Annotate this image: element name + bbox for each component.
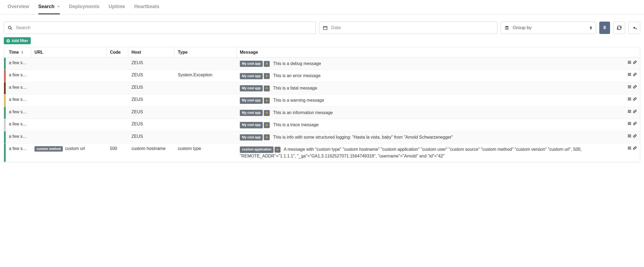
cell-actions — [627, 131, 640, 143]
cell-code — [107, 94, 128, 106]
filter-bar: Add filter — [0, 37, 644, 47]
cell-url — [31, 94, 107, 106]
app-badge[interactable]: My cool app — [240, 73, 263, 79]
cell-host: ZEUS — [128, 58, 175, 70]
star-icon[interactable]: ★ — [275, 147, 281, 153]
link-icon[interactable] — [633, 134, 637, 138]
cell-code — [107, 70, 128, 82]
sort-icon: ▲▼ — [21, 50, 23, 54]
table-row[interactable]: a few seco…ZEUSMy cool app★ This is a tr… — [4, 119, 640, 131]
cell-host: ZEUS — [128, 82, 175, 94]
date-input-group[interactable] — [319, 22, 497, 34]
table-row[interactable]: a few seco…ZEUSSystem.ExceptionMy cool a… — [4, 70, 640, 82]
cell-actions — [627, 143, 640, 162]
menu-icon[interactable] — [628, 122, 631, 125]
star-icon[interactable]: ★ — [264, 73, 270, 79]
col-type-label: Type — [178, 50, 188, 55]
layers-icon — [501, 26, 513, 30]
cell-time: a few seco… — [6, 70, 31, 82]
link-icon[interactable] — [633, 85, 637, 89]
tab-deployments[interactable]: Deployments — [65, 0, 103, 14]
result-count-button[interactable]: 8 — [599, 22, 610, 34]
menu-icon[interactable] — [628, 60, 631, 64]
menu-icon[interactable] — [628, 97, 631, 101]
col-time-header[interactable]: Time ▲▼ — [6, 47, 31, 57]
app-badge[interactable]: My cool app — [240, 110, 263, 116]
cell-host: custom hostname — [128, 143, 175, 162]
col-code-label: Code — [110, 50, 121, 55]
link-icon[interactable] — [633, 73, 637, 76]
star-icon[interactable]: ★ — [264, 85, 270, 91]
app-badge[interactable]: My cool app — [240, 97, 263, 104]
settings-button[interactable] — [628, 22, 640, 34]
tab-search[interactable]: Search — [34, 0, 64, 14]
app-badge[interactable]: My cool app — [240, 122, 263, 128]
add-filter-label: Add filter — [12, 39, 28, 43]
chevron-down-icon[interactable] — [57, 6, 60, 8]
col-type-header[interactable]: Type — [175, 47, 237, 57]
tab-overview[interactable]: Overview — [4, 0, 33, 14]
cell-message: My cool app★ This is a trace message — [237, 119, 627, 131]
message-text: This is a fatal message — [272, 86, 317, 90]
link-icon[interactable] — [633, 146, 637, 150]
cell-host: ZEUS — [128, 107, 175, 119]
message-text: This is a trace message — [272, 122, 318, 127]
table-row[interactable]: a few seco…ZEUSMy cool app★ This is a wa… — [4, 94, 640, 107]
search-input[interactable] — [16, 22, 316, 34]
cell-code — [107, 82, 128, 94]
col-host-header[interactable]: Host — [128, 47, 175, 57]
table-body: a few seco…ZEUSMy cool app★ This is a de… — [4, 58, 640, 162]
star-icon[interactable]: ★ — [264, 134, 270, 140]
app-badge[interactable]: My cool app — [240, 85, 263, 91]
tab-label: Heartbeats — [134, 4, 159, 9]
menu-icon[interactable] — [628, 146, 631, 150]
star-icon[interactable]: ★ — [264, 122, 270, 128]
menu-icon[interactable] — [628, 134, 631, 138]
search-input-group[interactable] — [4, 22, 316, 34]
link-icon[interactable] — [633, 122, 637, 125]
col-message-header[interactable]: Message — [237, 47, 640, 57]
col-code-header[interactable]: Code — [107, 47, 128, 57]
col-url-label: URL — [34, 50, 43, 55]
tab-label: Search — [38, 4, 54, 9]
link-icon[interactable] — [633, 109, 637, 113]
date-input[interactable] — [331, 22, 497, 34]
app-badge[interactable]: My cool app — [240, 134, 263, 141]
menu-icon[interactable] — [628, 109, 631, 113]
refresh-button[interactable] — [613, 22, 625, 34]
app-badge[interactable]: My cool app — [240, 61, 263, 67]
cell-actions — [627, 70, 640, 82]
menu-icon[interactable] — [628, 73, 631, 76]
refresh-icon — [617, 25, 622, 30]
cell-time: a few seco… — [6, 94, 31, 106]
cell-code: 500 — [107, 143, 128, 162]
col-url-header[interactable]: URL — [31, 47, 107, 57]
link-icon[interactable] — [633, 60, 637, 64]
app-badge[interactable]: custom application — [240, 146, 273, 153]
cell-time: a few seco… — [6, 82, 31, 94]
table-row[interactable]: a few seco…ZEUSMy cool app★ This is a fa… — [4, 82, 640, 94]
group-by-label: Group by — [513, 25, 589, 30]
col-time-label: Time — [9, 50, 19, 55]
table-row[interactable]: a few seco…custom methodcustom url500cus… — [4, 143, 640, 162]
cell-type — [175, 131, 237, 143]
star-icon[interactable]: ★ — [264, 61, 270, 67]
tab-uptime[interactable]: Uptime — [105, 0, 129, 14]
url-text: custom url — [65, 146, 85, 151]
table-row[interactable]: a few seco…ZEUSMy cool app★ This is info… — [4, 131, 640, 143]
table-row[interactable]: a few seco…ZEUSMy cool app★ This is a de… — [4, 58, 640, 70]
tab-heartbeats[interactable]: Heartbeats — [130, 0, 163, 14]
cell-actions — [627, 94, 640, 106]
menu-icon[interactable] — [628, 85, 631, 89]
star-icon[interactable]: ★ — [264, 110, 270, 116]
cell-type: custom type — [175, 143, 237, 162]
link-icon[interactable] — [633, 97, 637, 101]
table-row[interactable]: a few seco…ZEUSMy cool app★ This is an i… — [4, 107, 640, 119]
cell-message: My cool app★ This is a warning message — [237, 94, 627, 106]
star-icon[interactable]: ★ — [264, 98, 270, 104]
add-filter-button[interactable]: Add filter — [4, 37, 31, 44]
message-text: This is info with some structured loggin… — [272, 135, 453, 139]
group-by-select[interactable]: Group by ▲▼ — [501, 22, 596, 34]
cell-url — [31, 82, 107, 94]
message-text: This is an error message — [272, 73, 320, 78]
